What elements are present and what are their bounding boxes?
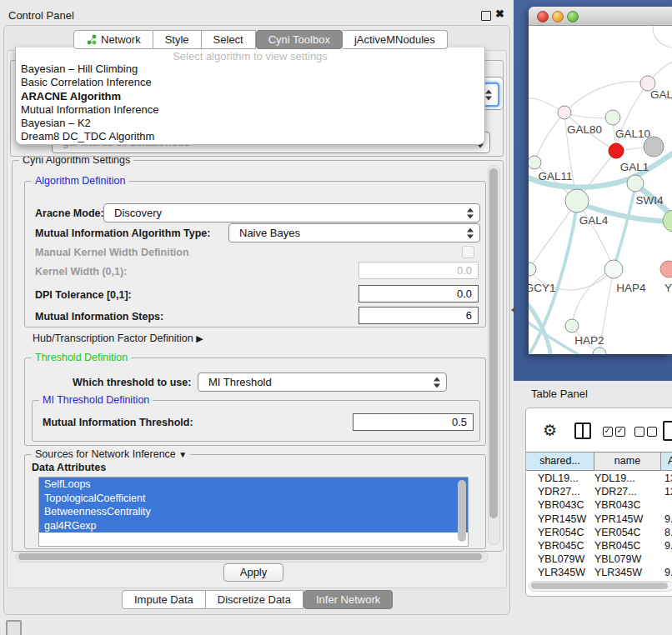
combobox-stepper-focused[interactable] (483, 82, 499, 107)
node-label: GCY1 (529, 282, 555, 294)
minimize-traffic-light[interactable] (552, 11, 564, 22)
cell: YBR043C (538, 498, 594, 512)
network-node[interactable] (593, 348, 606, 354)
group-title: Threshold Definition (32, 352, 131, 363)
dropdown-placeholder: Select algorithm to view settings (16, 48, 484, 62)
table-row[interactable]: YBR045CYBR045C9. (526, 539, 672, 552)
dropdown-option-highlighted[interactable]: ARACNE Algorithm (16, 90, 484, 103)
column-header-partial[interactable]: A (661, 452, 672, 471)
table-row[interactable]: YPR145WYPR145W9. (526, 512, 672, 526)
settings-hscrollbar[interactable] (15, 552, 489, 562)
list-item-selected[interactable]: BetweennessCentrality (39, 505, 468, 519)
list-item-selected[interactable]: gal4RGexp (39, 519, 468, 533)
window-titlebar[interactable] (529, 7, 672, 26)
cell: YDR27... (538, 485, 594, 498)
table-hscrollbar-thumb[interactable] (531, 582, 668, 589)
aracne-mode-combobox[interactable]: Discovery (103, 203, 480, 222)
close-icon[interactable]: ✖ (495, 8, 504, 20)
cell: YLR345W (594, 566, 658, 579)
kernel-width-label: Kernel Width (0,1): (35, 266, 127, 278)
table-row[interactable]: YDR27...YDR27...12 (526, 485, 672, 498)
tab-cyni-toolbox[interactable]: Cyni Toolbox (256, 30, 343, 49)
dropdown-option[interactable]: Bayesian – K2 (16, 117, 484, 130)
algorithm-definition-group: Algorithm Definition Aracne Mode: Discov… (24, 181, 486, 328)
network-node[interactable] (604, 260, 623, 278)
tab-jactivemnodules[interactable]: jActiveMNodules (343, 30, 448, 49)
select-all-columns-icon[interactable] (603, 425, 625, 440)
table-hscrollbar[interactable] (529, 581, 672, 592)
node-label: HAP2 (574, 334, 604, 347)
network-node[interactable] (605, 110, 620, 125)
manual-kernel-width-checkbox[interactable] (462, 246, 474, 258)
mi-steps-input[interactable]: 6 (359, 307, 479, 324)
table-row[interactable]: YLR345WYLR345W9. (526, 566, 672, 579)
cell: 12 (658, 485, 672, 498)
tab-label: Cyni Toolbox (268, 31, 330, 48)
new-column-icon[interactable] (663, 421, 672, 441)
mi-type-combobox[interactable]: Naive Bayes (228, 223, 480, 242)
mi-threshold-input[interactable]: 0.5 (353, 413, 474, 431)
float-window-icon[interactable] (481, 11, 491, 21)
network-node-selected[interactable] (609, 143, 624, 158)
list-item-selected[interactable]: TopologicalCoefficient (39, 492, 468, 506)
tab-select[interactable]: Select (202, 30, 256, 49)
list-scrollbar-thumb[interactable] (458, 480, 466, 542)
table-row[interactable]: YBL079WYBL079W (526, 552, 672, 566)
table-row[interactable]: YER054CYER054C8. (526, 526, 672, 539)
aracne-mode-value: Discovery (114, 204, 162, 222)
table-row[interactable]: YBR043CYBR043C (526, 498, 672, 512)
dropdown-option[interactable]: Bayesian – Hill Climbing (16, 62, 484, 76)
dpi-tolerance-input[interactable]: 0.0 (359, 285, 479, 302)
tab-network[interactable]: Network (73, 30, 153, 49)
scrollbar-thumb[interactable] (489, 168, 498, 518)
network-node[interactable] (565, 319, 579, 332)
tab-impute-data[interactable]: Impute Data (122, 590, 206, 609)
tab-infer-network[interactable]: Infer Network (303, 590, 393, 609)
network-node[interactable] (529, 262, 536, 276)
network-node[interactable] (558, 106, 571, 119)
zoom-traffic-light[interactable] (567, 11, 579, 22)
table-row[interactable]: YDL19...YDL19...13 (526, 472, 672, 485)
data-attributes-list: SelfLoops TopologicalCoefficient Between… (38, 477, 469, 547)
settings-gear-icon[interactable]: ⚙ (543, 422, 557, 438)
column-header-shared-name[interactable]: shared... (526, 452, 594, 471)
cyni-algorithm-settings-group: Cyni Algorithm Settings Algorithm Defini… (12, 160, 504, 552)
split-columns-icon[interactable] (574, 422, 591, 439)
network-window: GAL GAL80 GAL10 GAL1 GAL11 SWI4 GAL4 GCY… (529, 7, 672, 354)
cell: YER054C (538, 526, 594, 539)
network-node[interactable] (660, 261, 672, 278)
hub-section-expander[interactable]: Hub/Transcription Factor Definition ▶ (33, 332, 203, 344)
which-threshold-combobox[interactable]: MI Threshold (198, 372, 447, 392)
cell: YBR045C (594, 539, 658, 552)
cell: 9. (658, 539, 672, 552)
network-node[interactable] (663, 210, 672, 232)
close-traffic-light[interactable] (537, 11, 549, 22)
panel-divider-grip[interactable] (511, 307, 515, 313)
cell: YLR345W (538, 566, 594, 579)
apply-button[interactable]: Apply (223, 563, 283, 582)
kernel-width-input[interactable]: 0.0 (359, 262, 479, 279)
dropdown-option[interactable]: Basic Correlation Inference (16, 76, 484, 89)
dropdown-option[interactable]: Mutual Information Inference (16, 103, 484, 117)
deselect-all-columns-icon[interactable] (634, 425, 657, 440)
hub-section-label: Hub/Transcription Factor Definition (33, 332, 193, 344)
network-node[interactable] (627, 175, 644, 192)
network-node[interactable] (529, 156, 541, 169)
minimized-panel-icon[interactable] (6, 620, 22, 635)
tab-label: Select (213, 31, 243, 48)
column-header-name[interactable]: name (594, 452, 661, 471)
network-canvas[interactable]: GAL GAL80 GAL10 GAL1 GAL11 SWI4 GAL4 GCY… (529, 26, 672, 354)
cell: 8. (658, 526, 672, 539)
tab-label: Style (165, 31, 189, 48)
network-graph: GAL GAL80 GAL10 GAL1 GAL11 SWI4 GAL4 GCY… (529, 26, 672, 354)
tab-style[interactable]: Style (153, 30, 202, 49)
dropdown-option[interactable]: Dream8 DC_TDC Algorithm (16, 130, 484, 143)
hscrollbar-thumb[interactable] (18, 553, 482, 560)
group-title: Algorithm Definition (32, 175, 128, 187)
network-node[interactable] (565, 189, 589, 212)
list-item-selected[interactable]: SelfLoops (39, 478, 468, 492)
collapse-arrow-icon[interactable]: ▼ (178, 450, 187, 459)
cell: YPR145W (538, 512, 594, 526)
tab-discretize-data[interactable]: Discretize Data (206, 590, 303, 609)
settings-scrollbar[interactable] (488, 165, 500, 545)
